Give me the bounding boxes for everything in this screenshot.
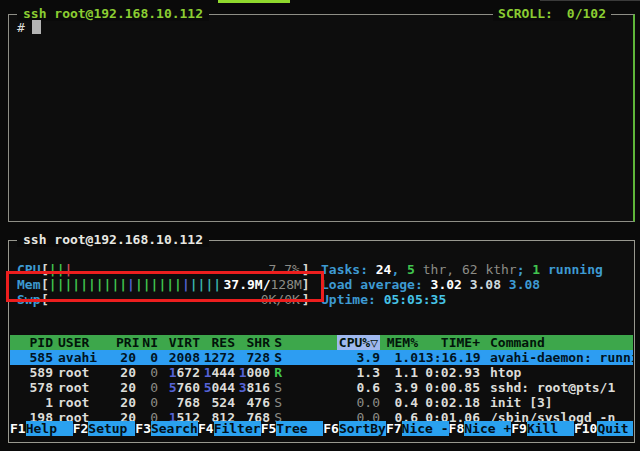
cell-ni: 0 xyxy=(136,395,158,410)
cell-command: sshd: root@pts/1 xyxy=(490,380,633,395)
cell-res: 5044 xyxy=(200,380,235,395)
annotation-highlight-box xyxy=(6,271,324,302)
cell-pri: 20 xyxy=(116,380,136,395)
cell-pri: 20 xyxy=(116,350,136,365)
cell-time: 0:02.93 xyxy=(418,365,480,380)
shell-prompt[interactable]: # xyxy=(17,20,41,35)
cell-pri: 20 xyxy=(116,395,136,410)
cell-cpu: 3.9 xyxy=(282,350,380,365)
cell-mem: 0.4 xyxy=(380,395,418,410)
column-header-shr[interactable]: SHR xyxy=(235,335,270,350)
cell-state: S xyxy=(270,350,282,365)
cell-pid: 578 xyxy=(18,380,53,395)
cell-time: 0:02.18 xyxy=(418,395,480,410)
cell-user: root xyxy=(58,380,116,395)
column-header-user[interactable]: USER xyxy=(58,335,116,350)
cell-pid: 1 xyxy=(18,395,53,410)
fkey-help-button[interactable]: Help xyxy=(26,421,73,436)
fkey-filter-button[interactable]: Filter xyxy=(214,421,261,436)
cell-res: 524 xyxy=(200,395,235,410)
cell-cpu: 0.0 xyxy=(282,395,380,410)
fkey-kill-button[interactable]: Kill xyxy=(527,421,574,436)
cell-command: init [3] xyxy=(490,395,633,410)
column-header-state[interactable]: S xyxy=(270,335,282,350)
cell-state: S xyxy=(270,395,282,410)
screen-tabs: MainI/O xyxy=(21,321,161,336)
fkey-f4[interactable]: F4 xyxy=(198,421,214,436)
cell-state: R xyxy=(270,365,282,380)
process-row[interactable]: 578 root 20 0 5760 5044 3816 S 0.6 3.9 0… xyxy=(10,380,633,395)
pane-title: ssh root@192.168.10.112 xyxy=(17,6,209,21)
column-header-mem[interactable]: MEM% xyxy=(380,335,418,350)
cell-shr: 3816 xyxy=(235,380,270,395)
cell-user: root xyxy=(58,395,116,410)
fkey-f5[interactable]: F5 xyxy=(261,421,277,436)
cell-cpu: 0.6 xyxy=(282,380,380,395)
process-row[interactable]: 589 root 20 0 1672 1444 1000 R 1.3 1.1 0… xyxy=(10,365,633,380)
function-key-bar: F1Help F2Setup F3Search F4Filter F5Tree … xyxy=(10,421,633,436)
column-header-command[interactable]: Command xyxy=(490,335,633,350)
cell-virt: 5760 xyxy=(158,380,200,395)
sort-descending-icon: ▽ xyxy=(370,335,378,350)
cell-ni: 0 xyxy=(136,380,158,395)
tasks-summary: Tasks: 24, 5 thr, 62 kthr; 1 running xyxy=(321,262,603,277)
cell-mem: 3.9 xyxy=(380,380,418,395)
cell-ni: 0 xyxy=(136,350,158,365)
cell-time: 0:00.85 xyxy=(418,380,480,395)
process-table-header: PID USER PRI NI VIRT RES SHR S CPU%▽ MEM… xyxy=(10,335,633,350)
process-row[interactable]: 585 avahi 20 0 2008 1272 728 S 3.9 1.0 1… xyxy=(10,350,633,365)
process-row[interactable]: 1 root 20 0 768 524 476 S 0.0 0.4 0:02.1… xyxy=(10,395,633,410)
fkey-sortby-button[interactable]: SortBy xyxy=(339,421,386,436)
top-accent-line xyxy=(218,0,290,3)
cell-user: avahi xyxy=(58,350,116,365)
column-header-pri[interactable]: PRI xyxy=(116,335,136,350)
fkey-tree-button[interactable]: Tree xyxy=(276,421,323,436)
cell-command: htop xyxy=(490,365,633,380)
fkey-f9[interactable]: F9 xyxy=(511,421,527,436)
cell-mem: 1.0 xyxy=(380,350,418,365)
column-header-time[interactable]: TIME+ xyxy=(418,335,480,350)
cell-ni: 0 xyxy=(136,365,158,380)
fkey-f8[interactable]: F8 xyxy=(449,421,465,436)
cell-mem: 1.1 xyxy=(380,365,418,380)
fkey-search-button[interactable]: Search xyxy=(151,421,198,436)
cell-shr: 476 xyxy=(235,395,270,410)
cell-pri: 20 xyxy=(116,365,136,380)
top-edge-line xyxy=(540,0,640,1)
ssh-pane-top[interactable]: ssh root@192.168.10.112 SCROLL:0/102 # xyxy=(8,14,635,222)
pane-title: ssh root@192.168.10.112 xyxy=(17,232,209,247)
fkey-setup-button[interactable]: Setup xyxy=(88,421,135,436)
terminal-screen: ssh root@192.168.10.112 SCROLL:0/102 # s… xyxy=(0,0,640,451)
cell-res: 1272 xyxy=(200,350,235,365)
cell-state: S xyxy=(270,380,282,395)
fkey-nice-plus-button[interactable]: Nice + xyxy=(464,421,511,436)
cell-user: root xyxy=(58,365,116,380)
fkey-f7[interactable]: F7 xyxy=(386,421,402,436)
fkey-f3[interactable]: F3 xyxy=(135,421,151,436)
cell-virt: 2008 xyxy=(158,350,200,365)
cell-virt: 1672 xyxy=(158,365,200,380)
column-header-virt[interactable]: VIRT xyxy=(158,335,200,350)
uptime: Uptime: 05:05:35 xyxy=(321,292,446,307)
fkey-f2[interactable]: F2 xyxy=(73,421,89,436)
cell-shr: 728 xyxy=(235,350,270,365)
cell-shr: 1000 xyxy=(235,365,270,380)
load-average: Load average: 3.02 3.08 3.08 xyxy=(321,277,540,292)
column-header-cpu[interactable]: CPU%▽ xyxy=(282,335,380,350)
cell-command: avahi-daemon: running xyxy=(490,350,633,365)
cell-pid: 589 xyxy=(18,365,53,380)
terminal-cursor xyxy=(32,20,41,34)
column-header-pid[interactable]: PID xyxy=(18,335,53,350)
fkey-nice-minus-button[interactable]: Nice - xyxy=(402,421,449,436)
fkey-quit-button[interactable]: Quit xyxy=(597,421,633,436)
cell-res: 1444 xyxy=(200,365,235,380)
scroll-indicator: SCROLL:0/102 xyxy=(493,6,611,21)
column-header-res[interactable]: RES xyxy=(200,335,235,350)
fkey-f10[interactable]: F10 xyxy=(574,421,597,436)
column-header-ni[interactable]: NI xyxy=(136,335,158,350)
cell-pid: 585 xyxy=(18,350,53,365)
fkey-f1[interactable]: F1 xyxy=(10,421,26,436)
cell-time: 13:16.19 xyxy=(418,350,480,365)
fkey-f6[interactable]: F6 xyxy=(323,421,339,436)
cell-virt: 768 xyxy=(158,395,200,410)
